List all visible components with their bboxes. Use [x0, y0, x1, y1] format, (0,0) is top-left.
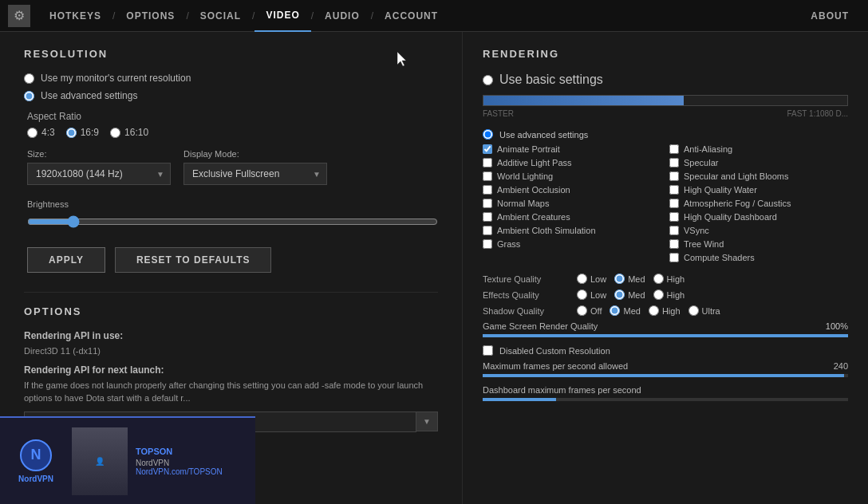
size-select-wrapper[interactable]: 1920x1080 (144 Hz) 1920x1080 (60 Hz) 256… — [27, 163, 171, 185]
normal-maps-checkbox[interactable] — [483, 199, 492, 208]
resolution-monitor-option[interactable]: Use my monitor's current resolution — [24, 73, 438, 84]
game-screen-quality-slider[interactable] — [483, 334, 848, 337]
high-quality-dashboard-checkbox[interactable] — [669, 212, 679, 222]
nav-video[interactable]: VIDEO — [254, 0, 310, 32]
specular-checkbox[interactable] — [669, 158, 679, 167]
aspect-169[interactable]: 16:9 — [66, 127, 99, 138]
shadow-off-radio[interactable] — [577, 305, 587, 316]
effects-med[interactable]: Med — [614, 289, 645, 300]
checkbox-additive-light[interactable]: Additive Light Pass — [483, 158, 661, 167]
texture-high-radio[interactable] — [653, 274, 664, 284]
world-lighting-checkbox[interactable] — [483, 171, 492, 181]
texture-low-radio[interactable] — [577, 274, 587, 284]
rendering-basic-row: Use basic settings — [483, 73, 848, 87]
high-quality-water-checkbox[interactable] — [669, 185, 679, 195]
settings-icon[interactable]: ⚙ — [8, 5, 30, 27]
resolution-advanced-radio[interactable] — [24, 91, 34, 101]
brightness-slider[interactable] — [27, 215, 438, 228]
nav-options[interactable]: OPTIONS — [115, 0, 186, 32]
checkbox-ambient-occlusion[interactable]: Ambient Occlusion — [483, 185, 661, 195]
resolution-monitor-label: Use my monitor's current resolution — [41, 73, 191, 84]
reset-button[interactable]: RESET TO DEFAULTS — [115, 247, 272, 273]
checkbox-animate-portrait[interactable]: Animate Portrait — [483, 144, 661, 154]
display-mode-select[interactable]: Exclusive Fullscreen Windowed Borderless… — [183, 163, 327, 185]
checkbox-ambient-creatures[interactable]: Ambient Creatures — [483, 212, 661, 222]
nordvpn-brand-text: NordVPN — [136, 459, 223, 467]
resolution-advanced-option[interactable]: Use advanced settings — [24, 90, 438, 101]
effects-quality-label: Effects Quality — [483, 290, 570, 300]
max-frames-slider[interactable] — [483, 374, 848, 377]
apply-button[interactable]: APPLY — [27, 247, 105, 273]
texture-low[interactable]: Low — [577, 274, 606, 284]
specular-blooms-checkbox[interactable] — [669, 171, 679, 181]
effects-med-radio[interactable] — [614, 289, 625, 300]
shadow-med-radio[interactable] — [610, 305, 620, 316]
rendering-quality-slider-fill — [483, 96, 684, 105]
grass-label: Grass — [497, 239, 520, 249]
size-select[interactable]: 1920x1080 (144 Hz) 1920x1080 (60 Hz) 256… — [27, 163, 171, 185]
shadow-high-radio[interactable] — [649, 305, 659, 316]
display-mode-select-wrapper[interactable]: Exclusive Fullscreen Windowed Borderless… — [183, 163, 327, 185]
disabled-custom-checkbox[interactable] — [483, 345, 493, 356]
rendering-slider-section: FASTER FAST 1:1080 D... — [483, 95, 848, 118]
grass-checkbox[interactable] — [483, 239, 492, 249]
rendering-basic-radio[interactable] — [483, 75, 493, 85]
nordvpn-url[interactable]: NordVPN.com/TOPSON — [136, 467, 223, 476]
anti-aliasing-checkbox[interactable] — [669, 144, 679, 154]
animate-portrait-checkbox[interactable] — [483, 144, 492, 154]
atmospheric-fog-label: Atmospheric Fog / Caustics — [684, 199, 791, 208]
brightness-section: Brightness — [27, 199, 438, 231]
ambient-creatures-checkbox[interactable] — [483, 212, 492, 222]
checkbox-high-quality-water[interactable]: High Quality Water — [669, 185, 848, 195]
checkbox-world-lighting[interactable]: World Lighting — [483, 171, 661, 181]
checkbox-vsync[interactable]: VSync — [669, 226, 848, 235]
shadow-quality-label: Shadow Quality — [483, 306, 570, 316]
checkbox-grass[interactable]: Grass — [483, 239, 661, 249]
vsync-checkbox[interactable] — [669, 226, 679, 235]
texture-high[interactable]: High — [653, 274, 685, 284]
checkbox-ambient-cloth[interactable]: Ambient Cloth Simulation — [483, 226, 661, 235]
tree-wind-checkbox[interactable] — [669, 239, 679, 249]
compute-shaders-checkbox[interactable] — [669, 253, 679, 262]
shadow-ultra-radio[interactable] — [688, 305, 699, 316]
shadow-off[interactable]: Off — [577, 305, 602, 316]
checkbox-specular-blooms[interactable]: Specular and Light Blooms — [669, 171, 848, 181]
texture-quality-options: Low Med High — [577, 274, 685, 284]
aspect-1610[interactable]: 16:10 — [110, 127, 148, 138]
aspect-43-radio[interactable] — [27, 128, 37, 138]
resolution-monitor-radio[interactable] — [24, 73, 34, 84]
nav-social[interactable]: SOCIAL — [189, 0, 252, 32]
dashboard-frames-slider[interactable] — [483, 398, 848, 401]
shadow-high[interactable]: High — [649, 305, 681, 316]
texture-med[interactable]: Med — [614, 274, 645, 284]
nav-about[interactable]: ABOUT — [799, 10, 860, 22]
nav-hotkeys[interactable]: HOTKEYS — [38, 0, 112, 32]
shadow-med[interactable]: Med — [610, 305, 640, 316]
ambient-occlusion-checkbox[interactable] — [483, 185, 492, 195]
rendering-quality-slider-track[interactable] — [483, 95, 848, 106]
aspect-43[interactable]: 4:3 — [27, 127, 55, 138]
checkbox-atmospheric-fog[interactable]: Atmospheric Fog / Caustics — [669, 199, 848, 208]
effects-high-radio[interactable] — [653, 289, 664, 300]
additive-light-checkbox[interactable] — [483, 158, 492, 167]
world-lighting-label: World Lighting — [497, 171, 553, 181]
shadow-ultra[interactable]: Ultra — [688, 305, 720, 316]
effects-high[interactable]: High — [653, 289, 685, 300]
texture-med-radio[interactable] — [614, 274, 625, 284]
checkbox-high-quality-dashboard[interactable]: High Quality Dashboard — [669, 212, 848, 222]
checkbox-normal-maps[interactable]: Normal Maps — [483, 199, 661, 208]
atmospheric-fog-checkbox[interactable] — [669, 199, 679, 208]
effects-low[interactable]: Low — [577, 289, 606, 300]
resolution-title: RESOLUTION — [24, 48, 438, 60]
high-quality-water-label: High Quality Water — [684, 185, 757, 195]
ambient-cloth-checkbox[interactable] — [483, 226, 492, 235]
aspect-1610-radio[interactable] — [110, 128, 120, 138]
rendering-advanced-radio[interactable] — [483, 129, 493, 140]
checkbox-specular[interactable]: Specular — [669, 158, 848, 167]
checkbox-tree-wind[interactable]: Tree Wind — [669, 239, 848, 249]
aspect-169-radio[interactable] — [66, 128, 77, 138]
effects-low-radio[interactable] — [577, 289, 587, 300]
nav-account[interactable]: ACCOUNT — [373, 0, 449, 32]
checkbox-anti-aliasing[interactable]: Anti-Aliasing — [669, 144, 848, 154]
nav-audio[interactable]: AUDIO — [314, 0, 371, 32]
